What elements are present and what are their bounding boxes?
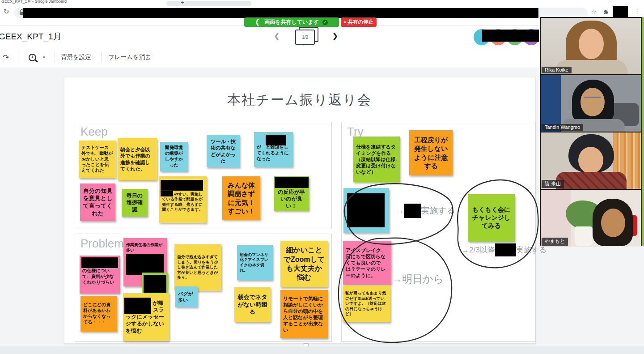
sticky-note[interactable]: 細かいことでZoomしても大丈夫か悩む	[280, 241, 328, 287]
new-tab-button[interactable]: +	[181, 0, 184, 6]
redaction-box	[161, 191, 173, 196]
redo-icon[interactable]: ↷	[3, 47, 9, 68]
sticky-note[interactable]: テストケース外でも、挙動がおかしいと思ったことを伝えてくれた	[79, 141, 116, 178]
note-text: 開発環境の構築がしやすかった	[163, 145, 185, 168]
sticky-note[interactable]: バグが多い	[175, 286, 198, 307]
reload-icon[interactable]: ↻	[4, 8, 9, 16]
note-text: バグが多い	[178, 290, 195, 303]
note-text: 工程戻りが発生しないように注意する	[412, 136, 450, 170]
section-label: Problem	[80, 237, 124, 251]
sticky-note[interactable]: リモートで気軽に相談がしにくいから自分の頭の中を人と話ながら整理することが出来な…	[280, 290, 328, 338]
board-title: 本社チーム振り返り会	[64, 91, 535, 109]
screen: GEEX_KPT_1月 - Google Jamboard + ↻ ☆ ⋮ 画面…	[0, 0, 644, 354]
browser-menu-icon[interactable]: ⋮	[634, 8, 640, 14]
redaction-box	[161, 180, 203, 191]
page-bottom-strip	[0, 346, 644, 354]
document-title[interactable]: GEEX_KPT_1月	[0, 31, 61, 43]
sticky-note[interactable]: もくもく会にチャレンジしてみる	[468, 194, 515, 242]
sticky-note[interactable]: 朝会と夕会以外でも作業の進捗を確認してくれた。	[118, 138, 157, 180]
set-background-button[interactable]: 背景を設定	[61, 47, 91, 68]
clear-frame-button[interactable]: フレームを消去	[108, 47, 151, 68]
frame-indicator[interactable]: 1/2	[295, 30, 315, 45]
note-text: どこにどの資料があるかわからなくなってる・・・	[83, 302, 114, 325]
sticky-note[interactable]: どこにどの資料があるかわからなくなってる・・・	[80, 296, 117, 332]
sticky-note[interactable]: ツール・技術の共有などがよかった	[207, 135, 240, 167]
sticky-note[interactable]: 朝会でネタがない時困る	[234, 287, 271, 322]
note-text: 自分の知見を意見として言ってくれた	[83, 188, 113, 218]
phone-icon	[254, 18, 262, 26]
participant-name: Tandin Wangmo	[542, 124, 583, 131]
redaction-box	[126, 254, 164, 275]
redaction-box	[482, 30, 539, 42]
sticky-note[interactable]: の仕様について、資料が少なくわかりづらい	[80, 256, 120, 294]
participant-name: やまもと	[542, 238, 568, 246]
sticky-note[interactable]: 朝会のマンネリ化？アイスブレイクのネタ切れ。	[237, 245, 273, 280]
note-text: の仕様について、資料が少なくわかりづらい	[82, 268, 117, 285]
pen-annotation: →実施する	[396, 204, 455, 218]
note-text: が と雑談をしてくれるようになった	[257, 145, 290, 162]
participant-video	[541, 18, 641, 74]
participant-name: Rika Koike	[542, 67, 572, 73]
note-text: アイスブレイク、日にちで区切らなくても良いのでは？テーマのリレーのように。	[346, 247, 389, 278]
redaction-box	[404, 204, 421, 218]
video-tile[interactable]: Tandin Wangmo	[541, 75, 641, 132]
redaction-box	[144, 275, 166, 293]
sticky-note[interactable]: 毎日の進捗確認	[122, 189, 148, 217]
zoom-tool-icon[interactable]: +	[29, 47, 36, 68]
divider	[55, 52, 55, 63]
stop-sharing-label: 共有の停止	[348, 19, 374, 26]
sticky-note[interactable]: の反応が早いのが良い！	[274, 176, 309, 211]
collaborator-avatars	[472, 27, 539, 45]
sticky-note[interactable]: 仕様を凍結するタイミングを作る（凍結以降は仕様変更は受け付けないなど）	[353, 136, 400, 182]
note-text: 朝会でネタがない時困る	[237, 294, 268, 316]
next-frame-button[interactable]: ❯	[332, 31, 338, 41]
annotation-text: →2/3以降	[462, 245, 495, 255]
participant-video	[541, 75, 641, 132]
tab-background	[166, 1, 251, 6]
sticky-note[interactable]: アイスブレイク、日にちで区切らなくても良いのでは？テーマのリレーのように。	[343, 241, 391, 285]
sticky-note[interactable]	[343, 188, 389, 233]
redaction-box	[23, 8, 538, 18]
sticky-note[interactable]: 自分の知見を意見として言ってくれた	[80, 183, 115, 221]
note-text: ツール・技術の共有などがよかった	[209, 138, 237, 163]
sticky-note[interactable]: 相談しやすい、実施している作業で問題をが発生する時、焦らずに聞くことができます。	[159, 176, 207, 223]
redaction-box	[81, 257, 118, 268]
jamboard-toolbar: ↷ + ▾ 背景を設定 フレームを消去	[0, 47, 540, 68]
stop-sharing-button[interactable]: ■ 共有の停止	[341, 17, 377, 27]
note-text: 毎日の進捗確認	[124, 192, 145, 213]
redaction-box	[495, 243, 516, 256]
section-label: Keep	[80, 125, 108, 139]
note-text: 仕様を凍結するタイミングを作る（凍結以降は仕様変更は受け付けないなど）	[356, 144, 397, 175]
note-text: 自分で抱え込みすぎてしまう。周りをもう少し巻き込んで作業した方が良いと思うときが…	[177, 255, 219, 281]
note-text: の反応が早いのが良い！	[276, 189, 306, 209]
video-tile[interactable]: 陵 米山	[541, 132, 641, 189]
bookmark-star-icon[interactable]: ☆	[591, 9, 597, 15]
note-text: 作業責任者の作業が多い	[126, 243, 164, 253]
sticky-note[interactable]	[142, 273, 168, 295]
screen-share-banner: 画面を共有しています ✓	[244, 17, 339, 27]
stop-square-icon: ■	[344, 20, 346, 24]
zoom-caret-icon[interactable]: ▾	[43, 47, 45, 68]
note-text: 朝会と夕会以外でも作業の進捗を確認してくれた。	[120, 146, 154, 171]
share-border-edge	[642, 17, 644, 246]
address-bar[interactable]	[14, 8, 588, 18]
video-tile[interactable]: やまもと	[541, 190, 641, 247]
previous-frame-button[interactable]: ❮	[274, 31, 280, 41]
sticky-note[interactable]: みんな体調崩さずに元気！すごい！	[222, 176, 260, 220]
browser-tab[interactable]: GEEX_KPT_1月 - Google Jamboard	[1, 0, 67, 4]
magnifier-icon: +	[29, 54, 36, 61]
video-tile[interactable]: Rika Koike	[541, 18, 641, 74]
sticky-note[interactable]: が帰ってから、スラックにメッセージするかしないを悩む	[123, 293, 169, 341]
sticky-note[interactable]: 開発環境の構築がしやすかった	[160, 142, 188, 171]
extensions-icon[interactable]	[603, 9, 609, 15]
note-text: 細かいことでZoomしても大丈夫か悩む	[283, 246, 325, 282]
share-banner-label: 画面を共有しています	[264, 18, 319, 26]
redaction-box	[266, 135, 286, 145]
divider	[20, 52, 20, 63]
sticky-note[interactable]: 自分で抱え込みすぎてしまう。周りをもう少し巻き込んで作業した方が良いと思うときが…	[174, 244, 221, 291]
annotation-text: →明日から	[392, 272, 444, 286]
sticky-note[interactable]: 私が帰ってもあまり気にせずSlack送っていいですよ。（対応は次の日になっちゃう…	[343, 286, 390, 322]
sticky-note[interactable]: が と雑談をしてくれるようになった	[254, 132, 293, 167]
sticky-note[interactable]: 工程戻りが発生しないように注意する	[409, 130, 453, 175]
pen-annotation: →明日から	[392, 272, 444, 286]
